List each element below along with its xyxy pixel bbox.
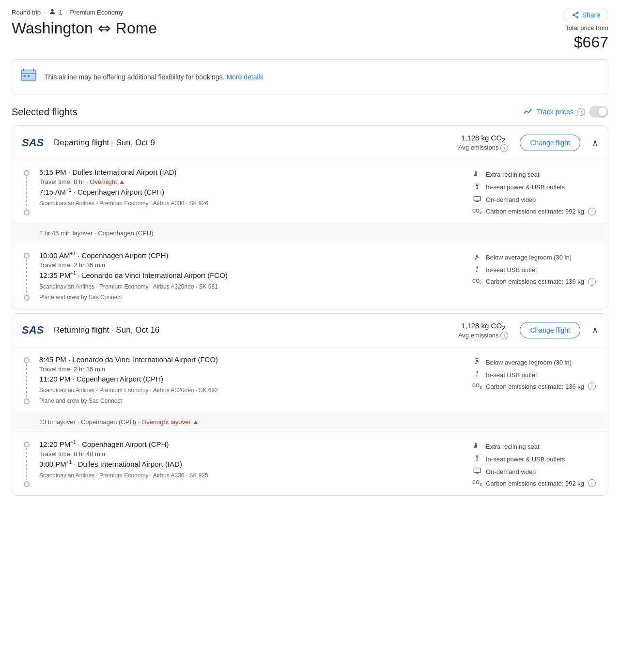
page-header: Round trip · 1 · Premium Economy Washing…	[0, 0, 620, 55]
layover-cph: 2 hr 45 min layover · Copenhagen (CPH)	[12, 224, 608, 243]
video-icon	[472, 195, 482, 205]
returning-leg-2: 12:20 PM+1 · Copenhagen Airport (CPH) Tr…	[12, 432, 608, 495]
ret-amenity-video-label: On-demand video	[486, 468, 536, 475]
departing-leg-2: 10:00 AM+1 · Copenhagen Airport (CPH) Tr…	[12, 243, 608, 309]
ret-amenity-usb-label: In-seat USB outlet	[486, 371, 537, 379]
ret-co2-info-icon[interactable]: i	[588, 382, 596, 390]
power-icon	[472, 183, 482, 192]
ret-amenity-co2-leg1: CO2 Carbon emissions estimate: 136 kg i	[472, 382, 598, 390]
more-details-link[interactable]: More details	[226, 73, 263, 81]
co2-info-icon-2[interactable]: i	[588, 278, 596, 286]
departing-card-header: SAS Departing flight · Sun, Oct 9 1,128 …	[12, 126, 608, 160]
departing-change-flight-button[interactable]: Change flight	[520, 135, 580, 151]
ret-amenity-power-label: In-seat power & USB outlets	[486, 456, 565, 463]
departing-collapse-icon[interactable]: ∧	[592, 137, 598, 148]
ret-leg2-content: 12:20 PM+1 · Copenhagen Airport (CPH) Tr…	[39, 440, 465, 487]
departing-flight-title: Departing flight · Sun, Oct 9	[54, 138, 446, 148]
svg-rect-5	[24, 75, 26, 77]
total-price-label: Total price from	[565, 24, 608, 31]
co2-icon-2: CO2	[472, 278, 482, 285]
passenger-count: 1	[59, 9, 62, 16]
timeline-line	[26, 177, 27, 209]
ret-leg2-depart-time: 12:20 PM+1 · Copenhagen Airport (CPH)	[39, 440, 465, 448]
ret-leg2-arrive-time: 3:00 PM+1 · Dulles International Airport…	[39, 459, 465, 468]
route-title: Washington ⇔ Rome	[12, 19, 157, 37]
ret-amenity-legroom: Below average legroom (30 in)	[472, 357, 598, 367]
ret-video-icon	[472, 467, 482, 476]
track-prices-area: Track prices i	[523, 106, 608, 118]
amenity-co2-leg2: CO2 Carbon emissions estimate: 136 kg i	[472, 278, 598, 286]
departing-emissions-sub: Avg emissions i	[458, 144, 508, 152]
leg1-timeline	[22, 168, 31, 215]
ret-leg1-airline-info: Scandinavian Airlines · Premium Economy …	[39, 387, 465, 394]
track-prices-info-icon[interactable]: i	[577, 108, 585, 116]
ret-usb-icon	[472, 370, 482, 380]
amenity-extra-seat-label: Extra reclining seat	[486, 171, 540, 178]
returning-layover-cph: 13 hr layover · Copenhagen (CPH) · Overn…	[12, 412, 608, 432]
departing-emissions-value: 1,128 kg CO2	[461, 134, 505, 144]
track-prices-label: Track prices	[537, 108, 574, 116]
amenity-video: On-demand video	[472, 195, 598, 205]
arrival-circle-2	[24, 295, 30, 301]
ret-amenity-co2-leg2-label: Carbon emissions estimate: 992 kg	[486, 480, 584, 487]
departing-leg-1: 5:15 PM · Dulles International Airport (…	[12, 160, 608, 224]
route-arrow: ⇔	[98, 19, 111, 37]
returning-flight-title: Returning flight · Sun, Oct 16	[54, 325, 446, 335]
departure-circle	[24, 170, 30, 176]
leg2-travel-time: Travel time: 2 hr 35 min	[39, 261, 465, 269]
leg2-depart-time: 10:00 AM+1 · Copenhagen Airport (CPH)	[39, 251, 465, 260]
ret-seat-icon	[472, 442, 482, 451]
svg-rect-6	[28, 75, 30, 77]
flexibility-banner: This airline may be offering additional …	[12, 59, 608, 94]
trip-type: Round trip	[12, 9, 41, 16]
timeline-line-2	[26, 260, 27, 294]
leg1-travel-time: Travel time: 8 hr · Overnight ▲	[39, 178, 465, 185]
departing-flight-card: SAS Departing flight · Sun, Oct 9 1,128 …	[12, 125, 608, 309]
ret-amenity-usb: In-seat USB outlet	[472, 370, 598, 380]
amenity-power: In-seat power & USB outlets	[472, 183, 598, 192]
ret-co2-icon-2: CO2	[472, 480, 482, 487]
returning-leg-1: 8:45 PM · Leonardo da Vinci Internationa…	[12, 348, 608, 412]
svg-point-0	[51, 9, 53, 12]
seat-icon	[472, 170, 482, 180]
ret-amenity-co2-leg1-label: Carbon emissions estimate: 136 kg	[486, 383, 584, 390]
leg1-airline-info: Scandinavian Airlines · Premium Economy …	[39, 200, 465, 207]
returning-airline-logo: SAS	[22, 324, 46, 336]
amenity-extra-seat: Extra reclining seat	[472, 170, 598, 180]
leg1-depart-time: 5:15 PM · Dulles International Airport (…	[39, 168, 465, 176]
ret-power-icon	[472, 454, 482, 464]
ret-amenity-seat: Extra reclining seat	[472, 442, 598, 451]
track-prices-toggle[interactable]	[589, 106, 608, 118]
returning-change-flight-button[interactable]: Change flight	[520, 322, 580, 338]
ret-leg2-airline-info: Scandinavian Airlines · Premium Economy …	[39, 472, 465, 479]
co2-info-icon[interactable]: i	[588, 208, 596, 215]
share-button[interactable]: Share	[563, 8, 608, 22]
ret-leg1-arrive-time: 11:20 PM · Copenhagen Airport (CPH)	[39, 375, 465, 383]
share-label: Share	[582, 11, 600, 19]
dest-city: Rome	[116, 19, 157, 37]
amenity-legroom-label: Below average legroom (30 in)	[486, 254, 572, 261]
returning-emissions-info-icon[interactable]: i	[500, 332, 508, 339]
ret-co2-icon: CO2	[472, 383, 482, 390]
returning-emissions-value: 1,128 kg CO2	[461, 321, 505, 332]
leg1-amenities: Extra reclining seat In-seat power & USB…	[472, 168, 598, 215]
amenity-video-label: On-demand video	[486, 196, 536, 203]
overnight-warning: Overnight ▲	[90, 178, 125, 185]
ret-leg2-amenities: Extra reclining seat In-seat power & USB…	[472, 440, 598, 487]
departure-circle-2	[24, 253, 30, 259]
amenity-co2-leg1-label: Carbon emissions estimate: 992 kg	[486, 208, 584, 215]
svg-rect-2	[23, 69, 24, 72]
leg2-airline-info2: Plane and crew by Sas Connect	[39, 294, 465, 301]
departing-emissions: 1,128 kg CO2 Avg emissions i	[454, 134, 512, 152]
returning-collapse-icon[interactable]: ∧	[592, 325, 598, 336]
flexibility-icon	[20, 66, 37, 87]
emissions-info-icon[interactable]: i	[500, 144, 508, 152]
ret-arrival-circle-2	[24, 481, 30, 487]
leg2-airline-info: Scandinavian Airlines · Premium Economy …	[39, 283, 465, 290]
origin-city: Washington	[12, 19, 93, 37]
svg-rect-3	[33, 69, 34, 72]
banner-text: This airline may be offering additional …	[44, 73, 264, 81]
header-left: Round trip · 1 · Premium Economy Washing…	[12, 8, 157, 37]
amenity-legroom: Below average legroom (30 in)	[472, 253, 598, 262]
ret-co2-info-icon-2[interactable]: i	[588, 479, 596, 487]
